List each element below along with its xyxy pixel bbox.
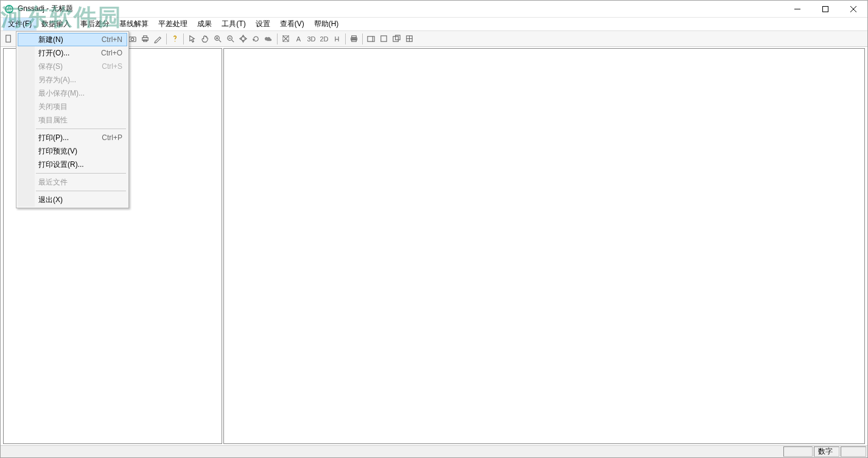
menu-separator [36,173,126,174]
menu-item-accel: Ctrl+O [101,49,122,57]
menu-bar: 文件(F) 数据输入 事后差分 基线解算 平差处理 成果 工具(T) 设置 查看… [1,18,867,31]
printer-icon[interactable] [348,32,360,45]
main-view [223,48,865,444]
help-icon[interactable] [169,32,181,45]
layer-3-icon[interactable] [390,32,403,45]
svg-rect-2 [6,35,11,42]
menu-item-label: 打印预览(V) [38,146,122,157]
toolbar-separator [362,33,363,44]
pointer-icon[interactable] [186,32,198,45]
svg-rect-1 [823,6,828,12]
new-icon[interactable] [2,32,15,45]
menu-help[interactable]: 帮助(H) [309,18,344,30]
menu-item-saveas[interactable]: 另存为(A)... [18,73,127,86]
status-cell-numlock: 数字 [814,446,839,457]
pan-icon[interactable] [198,32,211,45]
menu-baseline[interactable]: 基线解算 [114,18,153,30]
toolbar-separator [345,33,346,44]
menu-item-label: 打开(O)... [38,48,101,58]
toolbar-separator [277,33,278,44]
title-bar: Gnssadj - 无标题 [1,1,867,18]
menu-item-label: 打印(P)... [38,133,102,143]
menu-item-label: 退出(X) [38,195,122,205]
print-icon[interactable] [139,32,152,45]
minimize-button[interactable] [783,1,811,17]
svg-point-8 [131,38,134,41]
menu-item-accel: Ctrl+S [102,62,122,71]
menu-item-accel: Ctrl+P [102,133,122,142]
menu-item-label: 项目属性 [38,115,122,125]
text-a-icon[interactable]: A [292,32,305,45]
menu-item-preview[interactable]: 打印预览(V) [18,144,127,158]
menu-item-label: 新建(N) [38,35,102,45]
menu-separator [36,129,126,129]
file-menu-dropdown: 新建(N) Ctrl+N 打开(O)... Ctrl+O 保存(S) Ctrl+… [16,31,129,208]
view-3d-button[interactable]: 3D [305,32,318,45]
view-h-button[interactable]: H [331,32,343,45]
menu-item-label: 另存为(A)... [38,75,122,85]
window-controls [783,1,867,17]
svg-rect-17 [352,40,357,41]
status-bar: 数字 [1,445,867,457]
menu-item-print[interactable]: 打印(P)... Ctrl+P [18,131,127,144]
svg-rect-16 [352,36,357,38]
menu-item-label: 最近文件 [38,177,122,188]
svg-rect-21 [396,35,401,40]
window-title: Gnssadj - 无标题 [18,4,73,14]
menu-settings[interactable]: 设置 [251,18,275,30]
svg-rect-10 [144,36,147,38]
menu-postdiff[interactable]: 事后差分 [75,18,114,30]
svg-rect-18 [368,37,373,41]
layer-2-icon[interactable] [377,32,390,45]
menu-view[interactable]: 查看(V) [275,18,309,30]
rotate-icon[interactable] [250,32,262,45]
layer-4-icon[interactable] [403,32,416,45]
menu-item-label: 关闭项目 [38,102,122,112]
status-cell-trailing [841,446,866,457]
menu-item-minsave[interactable]: 最小保存(M)... [18,86,127,100]
layer-1-icon[interactable] [365,32,377,45]
menu-item-open[interactable]: 打开(O)... Ctrl+O [18,46,127,60]
close-button[interactable] [839,1,867,17]
zoom-extents-icon[interactable] [237,32,250,45]
toolbar-separator [183,33,184,44]
status-cell-empty [783,446,813,457]
view-2d-button[interactable]: 2D [318,32,331,45]
zoom-out-icon[interactable] [224,32,237,45]
menu-item-close[interactable]: 关闭项目 [18,100,127,113]
app-window: Gnssadj - 无标题 河东软件园 www.pc0359.cn 文件(F) … [0,0,868,458]
menu-item-recent[interactable]: 最近文件 [18,175,127,189]
zoom-in-icon[interactable] [211,32,224,45]
menu-result[interactable]: 成果 [192,18,217,30]
app-icon [4,4,14,14]
menu-adjust[interactable]: 平差处理 [153,18,192,30]
menu-item-pagesetup[interactable]: 打印设置(R)... [18,158,127,171]
menu-tools[interactable]: 工具(T) [217,18,250,30]
toolbar-separator [166,33,167,44]
box-select-icon[interactable] [279,32,292,45]
pencil-icon[interactable] [152,32,164,45]
menu-separator [36,191,126,191]
menu-datainput[interactable]: 数据输入 [37,18,75,30]
menu-item-new[interactable]: 新建(N) Ctrl+N [18,33,127,46]
menu-item-accel: Ctrl+N [102,35,122,44]
cloud-icon[interactable] [262,32,275,45]
menu-item-label: 保存(S) [38,62,102,72]
client-area [1,47,867,445]
menu-item-exit[interactable]: 退出(X) [18,193,127,206]
toolbar: A 3D 2D H [1,31,867,47]
menu-item-label: 打印设置(R)... [38,160,122,170]
menu-file[interactable]: 文件(F) [3,18,37,30]
menu-item-props[interactable]: 项目属性 [18,113,127,127]
menu-item-save[interactable]: 保存(S) Ctrl+S [18,60,127,73]
menu-item-label: 最小保存(M)... [38,88,122,99]
svg-rect-19 [381,36,387,41]
maximize-button[interactable] [811,1,839,17]
